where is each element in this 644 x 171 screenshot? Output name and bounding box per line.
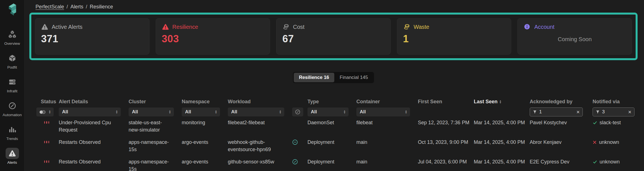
sidebar-item-label: Automation bbox=[3, 113, 22, 117]
tab-resilience[interactable]: Resilience 16 bbox=[294, 73, 335, 82]
alert-triangle-icon bbox=[6, 148, 19, 159]
automation-icon bbox=[295, 109, 301, 115]
toggle-icon bbox=[39, 110, 46, 114]
sidebar-item-label: Podfit bbox=[7, 65, 17, 69]
spinner-arrows-icon: ▲▼ bbox=[215, 110, 217, 114]
cell-first-seen: Oct 13, 2023, 9:00 PM bbox=[418, 139, 474, 146]
cell-alert-details: Under-Provisioned Cpu Request bbox=[59, 119, 129, 133]
cell-cluster: apps-namespace-15s bbox=[129, 158, 182, 171]
cell-automation bbox=[292, 158, 307, 165]
type-filter-dropdown[interactable]: All ▲▼ bbox=[307, 107, 349, 116]
column-header-cluster[interactable]: Cluster bbox=[129, 99, 182, 105]
stat-card-label: Resilience bbox=[172, 24, 198, 30]
sidebar-item-trends[interactable]: Trends bbox=[0, 124, 24, 141]
coins-icon bbox=[282, 23, 290, 31]
sidebar-nav: Overview Podfit Infrafit bbox=[0, 29, 24, 165]
column-header-container[interactable]: Container bbox=[356, 99, 418, 105]
cell-type: Deployment bbox=[307, 139, 356, 146]
column-header-first-seen[interactable]: First Seen bbox=[418, 99, 474, 105]
coins-icon bbox=[403, 23, 410, 31]
spinner-arrows-icon: ▲▼ bbox=[49, 110, 51, 114]
cell-namespace: monitoring bbox=[182, 119, 228, 126]
breadcrumb-page: Resilience bbox=[90, 4, 113, 10]
namespace-filter-dropdown[interactable]: All ▲▼ bbox=[182, 107, 220, 116]
spinner-arrows-icon: ▲▼ bbox=[405, 110, 407, 114]
sidebar-item-automation[interactable]: Automation bbox=[0, 100, 24, 117]
funnel-icon bbox=[596, 110, 600, 114]
spinner-arrows-icon: ▲▼ bbox=[279, 110, 281, 114]
table-row[interactable]: Restarts Observed apps-namespace-15s arg… bbox=[36, 156, 635, 171]
severity-dots bbox=[36, 158, 59, 163]
cell-cluster: stable-us-east-new-simulator bbox=[129, 119, 182, 133]
breadcrumb: PerfectScale / Alerts / Resilience bbox=[35, 4, 638, 10]
cell-alert-details: Restarts Observed bbox=[59, 139, 129, 146]
stat-card-label: Active Alerts bbox=[52, 24, 82, 30]
sidebar-item-label: Alerts bbox=[7, 160, 17, 165]
status-filter-dropdown[interactable]: ▲▼ bbox=[36, 107, 54, 116]
sidebar-item-label: Infrafit bbox=[7, 89, 18, 93]
stat-card-label: Cost bbox=[293, 24, 304, 30]
container-filter-dropdown[interactable]: All ▲▼ bbox=[356, 107, 410, 116]
alert-details-filter-dropdown[interactable]: All ▲▼ bbox=[59, 107, 121, 116]
stat-card-account[interactable]: Account Coming Soon bbox=[517, 18, 632, 55]
cell-automation bbox=[292, 119, 307, 120]
severity-dots bbox=[36, 139, 59, 143]
tab-financial[interactable]: Financial 145 bbox=[334, 73, 373, 82]
workload-filter-dropdown[interactable]: All ▲▼ bbox=[228, 107, 284, 116]
clear-filter-icon[interactable]: × bbox=[628, 109, 631, 115]
column-header-alert-details[interactable]: Alert Details bbox=[59, 99, 129, 105]
cell-notified-via: slack-test bbox=[593, 119, 634, 126]
column-header-acknowledged-by[interactable]: Acknowledged by bbox=[530, 99, 593, 105]
acknowledged-by-filter-chip[interactable]: 1 × bbox=[530, 107, 583, 116]
breadcrumb-root-link[interactable]: PerfectScale bbox=[35, 4, 64, 10]
notified-via-filter-chip[interactable]: 3 × bbox=[593, 107, 634, 116]
stat-card-active-alerts[interactable]: Active Alerts 371 bbox=[35, 18, 150, 55]
circle-slash-icon[interactable] bbox=[292, 159, 298, 165]
check-icon bbox=[593, 120, 597, 125]
stat-card-value: 67 bbox=[282, 33, 385, 45]
cell-acknowledged-by: Pavel Kostychev bbox=[530, 119, 593, 126]
info-icon bbox=[524, 23, 531, 31]
automation-filter-button[interactable] bbox=[292, 107, 303, 116]
sidebar-item-podfit[interactable]: Podfit bbox=[0, 53, 24, 69]
column-header-notified-via[interactable]: Notified via bbox=[593, 99, 634, 105]
stat-card-value: 303 bbox=[162, 33, 264, 45]
stat-card-waste[interactable]: Waste 1 bbox=[397, 18, 512, 55]
cell-first-seen: Jul 04, 2023, 6:00 PM bbox=[418, 158, 474, 165]
check-icon bbox=[593, 160, 597, 164]
cell-namespace: argo-events bbox=[182, 139, 228, 146]
cell-notified-via: unknown bbox=[593, 139, 634, 146]
table-row[interactable]: Restarts Observed apps-namespace-15s arg… bbox=[36, 136, 635, 156]
column-header-workload[interactable]: Workload bbox=[228, 99, 292, 105]
cell-first-seen: Sep 12, 2023, 7:36 PM bbox=[418, 119, 474, 126]
cell-last-seen: Mar 14, 2025, 4:00 PM bbox=[474, 158, 530, 165]
stat-card-resilience[interactable]: Resilience 303 bbox=[156, 18, 270, 55]
table-row[interactable]: Under-Provisioned Cpu Request stable-us-… bbox=[36, 116, 635, 136]
warning-triangle-icon bbox=[162, 23, 169, 31]
column-header-last-seen[interactable]: Last Seen ▲▼ bbox=[474, 99, 530, 105]
severity-dots bbox=[36, 119, 59, 124]
breadcrumb-section: Alerts bbox=[70, 4, 83, 10]
cell-last-seen: Mar 14, 2025, 4:00 PM bbox=[474, 119, 530, 126]
sidebar-item-overview[interactable]: Overview bbox=[0, 29, 24, 46]
column-header-type[interactable]: Type bbox=[307, 99, 356, 105]
stat-card-cost[interactable]: Cost 67 bbox=[276, 18, 391, 55]
column-header-namespace[interactable]: Namespace bbox=[182, 99, 228, 105]
tabs-row: Resilience 16 Financial 145 bbox=[29, 72, 638, 83]
clear-filter-icon[interactable]: × bbox=[576, 109, 580, 115]
spinner-arrows-icon: ▲▼ bbox=[344, 110, 346, 114]
column-header-status[interactable]: Status bbox=[36, 99, 59, 105]
cube-icon bbox=[6, 53, 19, 64]
cell-type: Deployment bbox=[307, 158, 356, 165]
sidebar-item-infrafit[interactable]: Infrafit bbox=[0, 76, 24, 93]
circle-minus-icon[interactable] bbox=[292, 139, 298, 145]
cell-last-seen: Mar 14, 2025, 4:00 PM bbox=[474, 139, 530, 146]
cell-notified-via: unknown bbox=[593, 158, 634, 165]
stat-card-label: Account bbox=[534, 24, 554, 30]
warning-triangle-icon bbox=[41, 23, 48, 31]
sidebar-item-alerts[interactable]: Alerts bbox=[0, 148, 24, 165]
cluster-filter-dropdown[interactable]: All ▲▼ bbox=[129, 107, 174, 116]
perfectscale-logo-icon[interactable] bbox=[6, 3, 19, 17]
cell-type: DaemonSet bbox=[307, 119, 356, 126]
cell-cluster: apps-namespace-15s bbox=[129, 139, 182, 153]
